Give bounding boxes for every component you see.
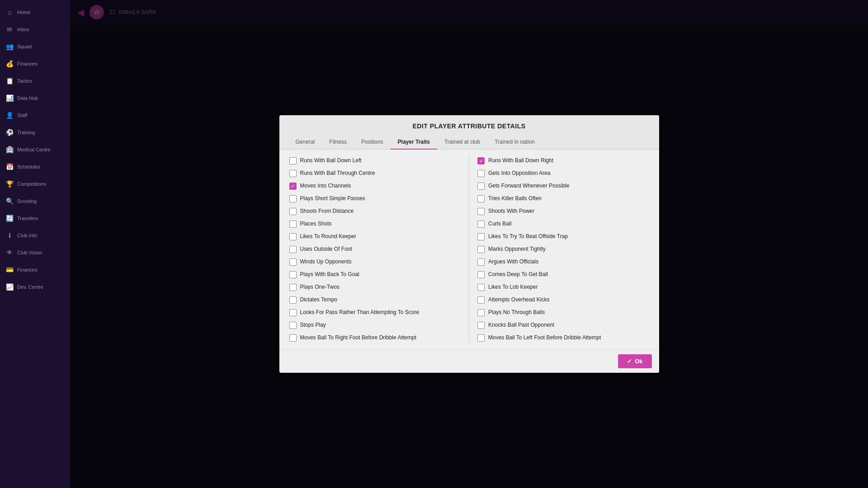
sidebar-item-finances2[interactable]: 💳 Finances: [0, 262, 70, 277]
left-trait-checkbox-winds-up-opponents[interactable]: [289, 258, 297, 266]
left-trait-item-winds-up-opponents[interactable]: Winds Up Opponents: [287, 256, 464, 268]
sidebar-item-transfers[interactable]: 🔄 Transfers: [0, 211, 70, 226]
right-trait-item-marks-opponent-tightly[interactable]: Marks Opponent Tightly: [475, 244, 652, 255]
left-trait-checkbox-looks-for-pass-rather-than-attempting[interactable]: [289, 309, 297, 316]
right-trait-item-argues-with-officials[interactable]: Argues With Officials: [475, 256, 652, 268]
sidebar-item-home[interactable]: ⌂ Home: [0, 5, 70, 20]
right-trait-item-shoots-with-power[interactable]: Shoots With Power: [475, 206, 652, 217]
right-trait-checkbox-argues-with-officials[interactable]: [477, 258, 485, 266]
dev-centre-icon: 📈: [5, 283, 14, 291]
squad-icon: 👥: [5, 42, 14, 51]
tab-trained-at-club[interactable]: Trained at club: [437, 135, 487, 150]
sidebar-item-squad[interactable]: 👥 Squad: [0, 39, 70, 54]
left-trait-item-uses-outside-of-foot[interactable]: Uses Outside Of Foot: [287, 244, 464, 255]
right-trait-checkbox-curls-ball[interactable]: [477, 221, 485, 228]
left-trait-item-shoots-from-distance[interactable]: Shoots From Distance: [287, 206, 464, 217]
left-trait-item-moves-ball-to-right-foot[interactable]: Moves Ball To Right Foot Before Dribble …: [287, 332, 464, 344]
right-trait-item-knocks-ball-past-opponent[interactable]: Knocks Ball Past Opponent: [475, 319, 652, 331]
right-trait-item-gets-forward-whenever-possible[interactable]: Gets Forward Whenever Possible: [475, 180, 652, 192]
left-trait-item-stops-play[interactable]: Stops Play: [287, 319, 464, 331]
competitions-icon: 🏆: [5, 180, 14, 188]
left-trait-checkbox-runs-ball-down-left[interactable]: [289, 157, 297, 164]
right-trait-checkbox-attempts-overhead-kicks[interactable]: [477, 296, 485, 304]
column-divider: [469, 155, 469, 344]
right-trait-item-comes-deep-to-get-ball[interactable]: Comes Deep To Get Ball: [475, 269, 652, 281]
left-trait-item-moves-into-channels[interactable]: ✓Moves Into Channels: [287, 180, 464, 192]
sidebar-item-competitions[interactable]: 🏆 Competitions: [0, 176, 70, 192]
right-trait-checkbox-likes-to-try-to-beat-offside-trap[interactable]: [477, 233, 485, 240]
right-trait-item-moves-ball-to-left-foot[interactable]: Moves Ball To Left Foot Before Dribble A…: [475, 332, 652, 344]
sidebar-item-club-vision[interactable]: 👁 Club Vision: [0, 245, 70, 260]
staff-icon: 👤: [5, 111, 14, 119]
sidebar-item-inbox[interactable]: ✉ Inbox: [0, 22, 70, 37]
sidebar-item-label: Data Hub: [17, 95, 38, 101]
left-trait-label-uses-outside-of-foot: Uses Outside Of Foot: [300, 246, 352, 253]
sidebar-item-data-hub[interactable]: 📊 Data Hub: [0, 90, 70, 106]
right-trait-checkbox-likes-to-lob-keeper[interactable]: [477, 284, 485, 291]
sidebar-item-finances[interactable]: 💰 Finances: [0, 56, 70, 71]
right-trait-label-comes-deep-to-get-ball: Comes Deep To Get Ball: [488, 271, 548, 278]
right-trait-checkbox-moves-ball-to-left-foot[interactable]: [477, 334, 485, 342]
left-trait-item-looks-for-pass-rather-than-attempting[interactable]: Looks For Pass Rather Than Attempting To…: [287, 307, 464, 319]
left-trait-item-runs-ball-down-left[interactable]: Runs With Ball Down Left: [287, 155, 464, 167]
right-trait-checkbox-shoots-with-power[interactable]: [477, 208, 485, 215]
right-trait-item-gets-into-opposition-area[interactable]: Gets Into Opposition Area: [475, 168, 652, 179]
sidebar-item-schedules[interactable]: 📅 Schedules: [0, 159, 70, 174]
left-trait-item-likes-to-round-keeper[interactable]: Likes To Round Keeper: [287, 231, 464, 243]
modal-footer: ✓ Ok: [279, 349, 659, 373]
right-trait-item-likes-to-try-to-beat-offside-trap[interactable]: Likes To Try To Beat Offside Trap: [475, 231, 652, 243]
ok-button[interactable]: ✓ Ok: [618, 354, 651, 368]
sidebar-item-staff[interactable]: 👤 Staff: [0, 108, 70, 123]
tab-player-traits[interactable]: Player Traits: [391, 135, 437, 150]
tab-general[interactable]: General: [288, 135, 322, 150]
left-trait-item-plays-one-twos[interactable]: Plays One-Twos: [287, 282, 464, 293]
right-trait-checkbox-gets-into-opposition-area[interactable]: [477, 170, 485, 177]
sidebar-item-tactics[interactable]: 📋 Tactics: [0, 73, 70, 89]
right-trait-checkbox-plays-no-through-balls[interactable]: [477, 309, 485, 316]
right-trait-item-curls-ball[interactable]: Curls Ball: [475, 218, 652, 230]
sidebar-item-dev-centre[interactable]: 📈 Dev. Centre: [0, 279, 70, 295]
left-trait-label-runs-ball-down-left: Runs With Ball Down Left: [300, 157, 362, 164]
sidebar-item-medical[interactable]: 🏥 Medical Centre: [0, 142, 70, 157]
sidebar-item-label: Schedules: [17, 164, 40, 169]
left-trait-checkbox-plays-short-simple-passes[interactable]: [289, 195, 297, 202]
tab-positions[interactable]: Positions: [354, 135, 391, 150]
right-trait-item-runs-ball-down-right[interactable]: ✓Runs With Ball Down Right: [475, 155, 652, 167]
sidebar-item-training[interactable]: ⚽ Training: [0, 125, 70, 140]
tab-trained-in-nation[interactable]: Trained in nation: [487, 135, 542, 150]
left-trait-checkbox-shoots-from-distance[interactable]: [289, 208, 297, 215]
right-trait-item-tries-killer-balls-often[interactable]: Tries Killer Balls Often: [475, 193, 652, 205]
sidebar-item-scouting[interactable]: 🔍 Scouting: [0, 193, 70, 209]
left-trait-item-plays-with-back-to-goal[interactable]: Plays With Back To Goal: [287, 269, 464, 281]
sidebar-item-club-info[interactable]: ℹ Club Info: [0, 228, 70, 243]
main-content: ◀ W 21. ISMAILA SARR EDIT PLAYER ATTRIBU…: [70, 0, 868, 488]
left-trait-item-places-shots[interactable]: Places Shots: [287, 218, 464, 230]
left-trait-checkbox-dictates-tempo[interactable]: [289, 296, 297, 304]
right-trait-checkbox-comes-deep-to-get-ball[interactable]: [477, 271, 485, 278]
left-trait-checkbox-places-shots[interactable]: [289, 221, 297, 228]
right-trait-item-likes-to-lob-keeper[interactable]: Likes To Lob Keeper: [475, 282, 652, 293]
sidebar-item-label: Finances: [17, 61, 38, 66]
left-trait-checkbox-stops-play[interactable]: [289, 322, 297, 329]
right-trait-checkbox-runs-ball-down-right[interactable]: ✓: [477, 157, 485, 164]
right-trait-label-likes-to-lob-keeper: Likes To Lob Keeper: [488, 284, 538, 291]
left-trait-checkbox-moves-ball-to-right-foot[interactable]: [289, 334, 297, 342]
left-trait-checkbox-likes-to-round-keeper[interactable]: [289, 233, 297, 240]
left-trait-item-runs-ball-through-centre[interactable]: Runs With Ball Through Centre: [287, 168, 464, 179]
left-trait-checkbox-plays-one-twos[interactable]: [289, 284, 297, 291]
left-trait-checkbox-moves-into-channels[interactable]: ✓: [289, 183, 297, 190]
tab-fitness[interactable]: Fitness: [322, 135, 354, 150]
right-trait-label-curls-ball: Curls Ball: [488, 221, 511, 228]
left-trait-checkbox-runs-ball-through-centre[interactable]: [289, 170, 297, 177]
left-trait-checkbox-plays-with-back-to-goal[interactable]: [289, 271, 297, 278]
right-trait-item-plays-no-through-balls[interactable]: Plays No Through Balls: [475, 307, 652, 319]
right-trait-label-gets-into-opposition-area: Gets Into Opposition Area: [488, 170, 550, 177]
right-trait-item-attempts-overhead-kicks[interactable]: Attempts Overhead Kicks: [475, 294, 652, 306]
right-trait-checkbox-knocks-ball-past-opponent[interactable]: [477, 322, 485, 329]
right-trait-checkbox-gets-forward-whenever-possible[interactable]: [477, 183, 485, 190]
right-trait-checkbox-marks-opponent-tightly[interactable]: [477, 246, 485, 253]
left-trait-checkbox-uses-outside-of-foot[interactable]: [289, 246, 297, 253]
right-trait-checkbox-tries-killer-balls-often[interactable]: [477, 195, 485, 202]
left-trait-item-dictates-tempo[interactable]: Dictates Tempo: [287, 294, 464, 306]
left-trait-item-plays-short-simple-passes[interactable]: Plays Short Simple Passes: [287, 193, 464, 205]
